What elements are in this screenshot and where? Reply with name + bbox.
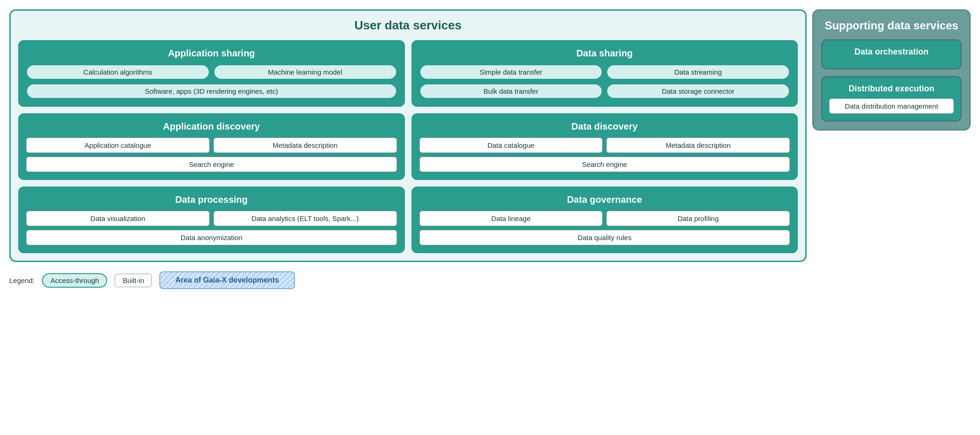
supporting-services-title: Supporting data services [821, 18, 962, 33]
application-discovery-title: Application discovery [26, 121, 397, 132]
data-orchestration-panel: Data orchestration [821, 39, 962, 69]
data-anonymization-item: Data anonymization [26, 230, 397, 245]
legend-access-through: Access-through [42, 273, 107, 288]
data-analytics-item: Data analytics (ELT tools, Spark...) [213, 211, 397, 226]
main-container: User data services Application sharing C… [9, 9, 971, 262]
supporting-services-box: Supporting data services Data orchestrat… [812, 9, 971, 131]
app-metadata-item: Metadata description [213, 138, 397, 153]
data-discovery-panel: Data discovery Data catalogue Metadata d… [411, 113, 798, 180]
application-sharing-panel: Application sharing Calculation algorith… [18, 40, 405, 107]
data-governance-top-items: Data lineage Data profiling [419, 211, 790, 226]
data-discovery-bottom: Search engine [419, 157, 790, 172]
app-catalogue-item: Application catalogue [26, 138, 210, 153]
data-orchestration-title: Data orchestration [829, 47, 954, 57]
legend-label: Legend: [9, 276, 34, 284]
data-lineage-item: Data lineage [419, 211, 603, 226]
data-storage-connector-item: Data storage connector [606, 83, 790, 99]
app-sharing-top-items: Calculation algorithms Machine learning … [26, 64, 397, 80]
user-data-services-box: User data services Application sharing C… [9, 9, 807, 262]
data-processing-bottom: Data anonymization [26, 230, 397, 245]
application-discovery-panel: Application discovery Application catalo… [18, 113, 405, 180]
data-streaming-item: Data streaming [606, 64, 790, 80]
software-apps-item: Software, apps (3D rendering engines, et… [26, 83, 397, 99]
data-discovery-title: Data discovery [419, 121, 790, 132]
machine-learning-model-item: Machine learning model [213, 64, 397, 80]
legend: Legend: Access-through Built-in Area of … [9, 271, 971, 289]
data-quality-rules-item: Data quality rules [419, 230, 790, 245]
data-sharing-title: Data sharing [419, 48, 790, 59]
data-processing-title: Data processing [26, 194, 397, 205]
data-visualization-item: Data visualization [26, 211, 210, 226]
application-sharing-title: Application sharing [26, 48, 397, 59]
app-search-engine-item: Search engine [26, 157, 397, 172]
services-grid: Application sharing Calculation algorith… [18, 40, 798, 253]
legend-gaiax: Area of Gaia-X developments [159, 271, 295, 289]
distributed-execution-title: Distributed execution [829, 84, 954, 94]
data-distribution-item: Data distribution management [829, 98, 954, 114]
bulk-data-transfer-item: Bulk data transfer [419, 83, 603, 99]
simple-data-transfer-item: Simple data transfer [419, 64, 603, 80]
data-processing-top-items: Data visualization Data analytics (ELT t… [26, 211, 397, 226]
data-catalogue-item: Data catalogue [419, 138, 603, 153]
data-processing-panel: Data processing Data visualization Data … [18, 186, 405, 253]
data-discovery-top-items: Data catalogue Metadata description [419, 138, 790, 153]
distributed-execution-panel: Distributed execution Data distribution … [821, 76, 962, 122]
data-governance-panel: Data governance Data lineage Data profil… [411, 186, 798, 253]
app-sharing-bottom: Software, apps (3D rendering engines, et… [26, 83, 397, 99]
app-discovery-top-items: Application catalogue Metadata descripti… [26, 138, 397, 153]
data-profiling-item: Data profiling [606, 211, 790, 226]
user-data-services-title: User data services [18, 18, 798, 33]
calculation-algorithms-item: Calculation algorithms [26, 64, 210, 80]
data-governance-bottom: Data quality rules [419, 230, 790, 245]
data-sharing-items: Simple data transfer Data streaming Bulk… [419, 64, 790, 99]
legend-built-in: Built-in [115, 274, 152, 287]
data-search-engine-item: Search engine [419, 157, 790, 172]
data-metadata-item: Metadata description [606, 138, 790, 153]
data-governance-title: Data governance [419, 194, 790, 205]
app-discovery-bottom: Search engine [26, 157, 397, 172]
data-sharing-panel: Data sharing Simple data transfer Data s… [411, 40, 798, 107]
